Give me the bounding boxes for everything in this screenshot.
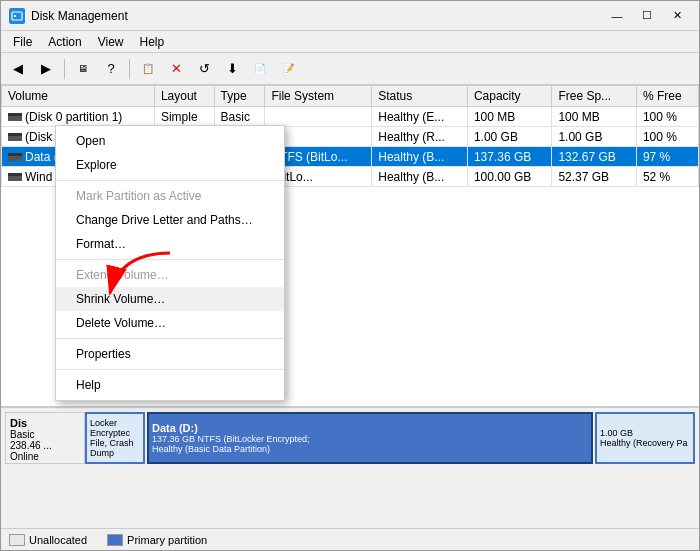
svg-rect-1 bbox=[14, 15, 16, 17]
table-cell: 97 % bbox=[636, 147, 698, 167]
table-cell bbox=[265, 107, 372, 127]
context-menu-item-shrink[interactable]: Shrink Volume… bbox=[56, 287, 284, 311]
table-cell: Basic bbox=[214, 107, 265, 127]
rescan-button[interactable]: ⬇ bbox=[219, 57, 245, 81]
context-menu-separator bbox=[56, 180, 284, 181]
delete-button[interactable]: ✕ bbox=[163, 57, 189, 81]
app-icon bbox=[9, 8, 25, 24]
table-row[interactable]: (Disk 0 partition 1)SimpleBasicHealthy (… bbox=[2, 107, 699, 127]
disk-icon bbox=[8, 113, 22, 121]
table-cell: 1.00 GB bbox=[467, 127, 551, 147]
partition-recovery-info: 1.00 GBHealthy (Recovery Pa bbox=[600, 428, 690, 448]
col-capacity[interactable]: Capacity bbox=[467, 86, 551, 107]
disk-icon bbox=[8, 133, 22, 141]
context-menu-item-format[interactable]: Format… bbox=[56, 232, 284, 256]
partition-data[interactable]: Data (D:) 137.36 GB NTFS (BitLocker Encr… bbox=[147, 412, 593, 464]
menu-view[interactable]: View bbox=[90, 33, 132, 51]
table-cell: 52.37 GB bbox=[552, 167, 636, 187]
col-volume[interactable]: Volume bbox=[2, 86, 155, 107]
status-bar: Unallocated Primary partition bbox=[1, 528, 699, 550]
table-cell: 132.67 GB bbox=[552, 147, 636, 167]
context-menu-separator bbox=[56, 259, 284, 260]
table-cell: Simple bbox=[154, 107, 214, 127]
disk-type: Basic bbox=[10, 429, 80, 440]
help-button[interactable]: ? bbox=[98, 57, 124, 81]
table-cell: Healthy (B... bbox=[372, 147, 468, 167]
window-controls: — ☐ ✕ bbox=[603, 6, 691, 26]
table-cell: Healthy (B... bbox=[372, 167, 468, 187]
table-cell: (Disk 0 partition 1) bbox=[2, 107, 155, 127]
window-title: Disk Management bbox=[31, 9, 603, 23]
col-layout[interactable]: Layout bbox=[154, 86, 214, 107]
table-cell: 1.00 GB bbox=[552, 127, 636, 147]
disk-row-0: Dis Basic 238.46 ... Online Locker Encry… bbox=[5, 412, 695, 464]
disk-partitions-0: Locker EncryptecFile, Crash Dump Data (D… bbox=[85, 412, 695, 464]
toolbar-separator-2 bbox=[129, 59, 130, 79]
properties-button[interactable]: 📋 bbox=[135, 57, 161, 81]
col-type[interactable]: Type bbox=[214, 86, 265, 107]
refresh-button[interactable]: ↺ bbox=[191, 57, 217, 81]
forward-button[interactable]: ▶ bbox=[33, 57, 59, 81]
legend-unallocated-label: Unallocated bbox=[29, 534, 87, 546]
col-free[interactable]: Free Sp... bbox=[552, 86, 636, 107]
table-cell: 137.36 GB bbox=[467, 147, 551, 167]
partition-data-name: Data (D:) bbox=[152, 422, 588, 434]
context-menu-separator bbox=[56, 369, 284, 370]
table-cell: Healthy (E... bbox=[372, 107, 468, 127]
disk-icon bbox=[8, 173, 22, 181]
table-cell: 100 MB bbox=[552, 107, 636, 127]
table-cell: 100 % bbox=[636, 127, 698, 147]
table-cell: 100 MB bbox=[467, 107, 551, 127]
table-cell: 52 % bbox=[636, 167, 698, 187]
disk-size: 238.46 ... bbox=[10, 440, 80, 451]
context-menu-separator bbox=[56, 338, 284, 339]
menu-help[interactable]: Help bbox=[132, 33, 173, 51]
disk-label-0: Dis Basic 238.46 ... Online bbox=[5, 412, 85, 464]
disk-name: Dis bbox=[10, 417, 80, 429]
minimize-button[interactable]: — bbox=[603, 6, 631, 26]
partition-system-info: Locker EncryptecFile, Crash Dump bbox=[90, 418, 140, 458]
legend-primary: Primary partition bbox=[107, 534, 207, 546]
context-menu-item-open[interactable]: Open bbox=[56, 129, 284, 153]
context-menu: OpenExploreMark Partition as ActiveChang… bbox=[55, 125, 285, 401]
disk-online: Online bbox=[10, 451, 80, 462]
partition-recovery[interactable]: 1.00 GBHealthy (Recovery Pa bbox=[595, 412, 695, 464]
legend-unallocated: Unallocated bbox=[9, 534, 87, 546]
menu-action[interactable]: Action bbox=[40, 33, 89, 51]
toolbar-separator-1 bbox=[64, 59, 65, 79]
table-cell: Healthy (R... bbox=[372, 127, 468, 147]
maximize-button[interactable]: ☐ bbox=[633, 6, 661, 26]
col-fs[interactable]: File System bbox=[265, 86, 372, 107]
import-button[interactable]: 📄 bbox=[247, 57, 273, 81]
menu-bar: File Action View Help bbox=[1, 31, 699, 53]
context-menu-item-properties[interactable]: Properties bbox=[56, 342, 284, 366]
menu-file[interactable]: File bbox=[5, 33, 40, 51]
context-menu-item-mark-active: Mark Partition as Active bbox=[56, 184, 284, 208]
col-status[interactable]: Status bbox=[372, 86, 468, 107]
partition-data-info: 137.36 GB NTFS (BitLocker Encrypted;Heal… bbox=[152, 434, 588, 454]
console-button[interactable]: 🖥 bbox=[70, 57, 96, 81]
partition-system[interactable]: Locker EncryptecFile, Crash Dump bbox=[85, 412, 145, 464]
table-cell: 100 % bbox=[636, 107, 698, 127]
table-cell: 100.00 GB bbox=[467, 167, 551, 187]
col-pct[interactable]: % Free bbox=[636, 86, 698, 107]
legend-unallocated-box bbox=[9, 534, 25, 546]
context-menu-item-delete[interactable]: Delete Volume… bbox=[56, 311, 284, 335]
title-bar: Disk Management — ☐ ✕ bbox=[1, 1, 699, 31]
disk-icon bbox=[8, 153, 22, 161]
context-menu-item-change-letter[interactable]: Change Drive Letter and Paths… bbox=[56, 208, 284, 232]
disk-map: Dis Basic 238.46 ... Online Locker Encry… bbox=[1, 408, 699, 528]
legend-primary-label: Primary partition bbox=[127, 534, 207, 546]
toolbar: ◀ ▶ 🖥 ? 📋 ✕ ↺ ⬇ 📄 📝 bbox=[1, 53, 699, 85]
back-button[interactable]: ◀ bbox=[5, 57, 31, 81]
legend-primary-box bbox=[107, 534, 123, 546]
close-button[interactable]: ✕ bbox=[663, 6, 691, 26]
context-menu-item-explore[interactable]: Explore bbox=[56, 153, 284, 177]
context-menu-item-help[interactable]: Help bbox=[56, 373, 284, 397]
svg-rect-0 bbox=[12, 12, 22, 20]
context-menu-item-extend: Extend Volume… bbox=[56, 263, 284, 287]
export-button[interactable]: 📝 bbox=[275, 57, 301, 81]
